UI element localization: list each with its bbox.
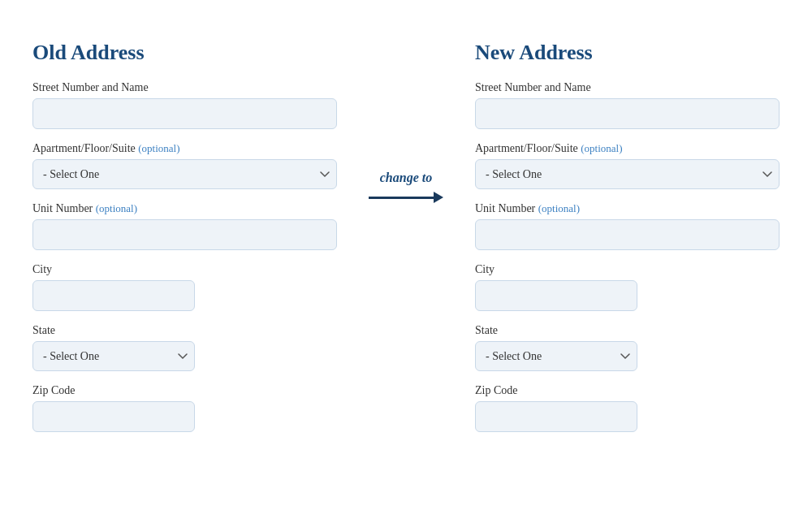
new-state-group: State - Select One ALAKAZAR CACOCTDE FLG… [475, 324, 780, 371]
new-city-label: City [475, 263, 780, 276]
old-unit-input[interactable] [32, 219, 337, 250]
old-address-title: Old Address [32, 41, 337, 65]
old-unit-group: Unit Number (optional) [32, 202, 337, 250]
new-city-group: City [475, 263, 780, 311]
old-street-label: Street Number and Name [32, 81, 337, 94]
page-container: Old Address Street Number and Name Apart… [16, 24, 796, 461]
new-zip-group: Zip Code [475, 384, 780, 432]
arrow [369, 192, 443, 203]
new-street-group: Street Number and Name [475, 81, 780, 129]
new-address-title: New Address [475, 41, 780, 65]
new-street-input[interactable] [475, 98, 780, 129]
arrow-line [369, 197, 434, 199]
old-unit-label: Unit Number (optional) [32, 202, 337, 215]
new-city-input[interactable] [475, 280, 637, 311]
new-unit-label: Unit Number (optional) [475, 202, 780, 215]
old-apt-select[interactable]: - Select One Apartment Floor Suite [32, 159, 337, 189]
new-apt-label: Apartment/Floor/Suite (optional) [475, 142, 780, 155]
old-apt-group: Apartment/Floor/Suite (optional) - Selec… [32, 142, 337, 189]
change-to-divider: change to [353, 171, 459, 203]
old-street-input[interactable] [32, 98, 337, 129]
new-unit-group: Unit Number (optional) [475, 202, 780, 250]
old-state-label: State [32, 324, 337, 337]
old-address-section: Old Address Street Number and Name Apart… [16, 24, 353, 461]
old-state-group: State - Select One ALAKAZAR CACOCTDE FLG… [32, 324, 337, 371]
new-street-label: Street Number and Name [475, 81, 780, 94]
old-city-group: City [32, 263, 337, 311]
new-state-label: State [475, 324, 780, 337]
old-zip-group: Zip Code [32, 384, 337, 432]
new-zip-label: Zip Code [475, 384, 780, 397]
old-city-label: City [32, 263, 337, 276]
new-address-section: New Address Street Number and Name Apart… [459, 24, 796, 461]
change-to-label: change to [380, 171, 432, 185]
new-zip-input[interactable] [475, 401, 637, 432]
old-zip-label: Zip Code [32, 384, 337, 397]
new-state-select[interactable]: - Select One ALAKAZAR CACOCTDE FLGAHIID … [475, 341, 637, 371]
old-street-group: Street Number and Name [32, 81, 337, 129]
old-zip-input[interactable] [32, 401, 195, 432]
old-city-input[interactable] [32, 280, 195, 311]
arrow-head [434, 192, 443, 203]
new-unit-input[interactable] [475, 219, 780, 250]
old-apt-label: Apartment/Floor/Suite (optional) [32, 142, 337, 155]
new-apt-select[interactable]: - Select One Apartment Floor Suite [475, 159, 780, 189]
old-state-select[interactable]: - Select One ALAKAZAR CACOCTDE FLGAHIID … [32, 341, 195, 371]
new-apt-group: Apartment/Floor/Suite (optional) - Selec… [475, 142, 780, 189]
